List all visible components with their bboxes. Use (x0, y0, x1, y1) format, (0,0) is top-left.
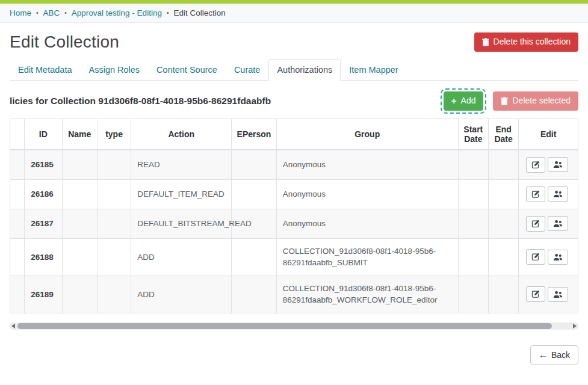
delete-selected-label: Delete selected (512, 96, 571, 106)
policy-name (62, 150, 97, 180)
policy-id: 26189 (25, 276, 62, 313)
policy-start-date (458, 179, 488, 209)
policy-name (62, 238, 97, 276)
policy-id: 26185 (25, 150, 62, 180)
delete-collection-button[interactable]: Delete this collection (474, 32, 578, 52)
policy-id: 26186 (25, 179, 62, 209)
breadcrumb-link[interactable]: Home (10, 8, 31, 17)
edit-policy-button[interactable] (526, 286, 545, 302)
row-select-cell (10, 150, 25, 180)
policy-eperson (232, 179, 276, 209)
policies-actions: + Add Delete selected (444, 91, 578, 111)
breadcrumb-link[interactable]: Approval testing - Editing (72, 8, 162, 17)
tab-content-source[interactable]: Content Source (148, 59, 226, 81)
trash-icon (482, 38, 489, 46)
policy-name (62, 179, 97, 209)
row-select-cell (10, 179, 25, 209)
policy-start-date (458, 150, 488, 180)
footer-row: ← Back (10, 345, 578, 372)
policy-edit-cell (519, 238, 578, 276)
people-icon (553, 161, 563, 168)
edit-policy-button[interactable] (526, 186, 545, 202)
policy-group: COLLECTION_91d306f8-08f1-4018-95b6-86291… (276, 238, 458, 276)
column-header-start-date: Start Date (458, 119, 488, 150)
breadcrumb-separator: • (64, 10, 67, 16)
tab-authorizations[interactable]: Authorizations (268, 59, 341, 81)
policy-row: 26188ADDCOLLECTION_91d306f8-08f1-4018-95… (10, 238, 578, 276)
policy-action: DEFAULT_ITEM_READ (131, 179, 232, 209)
page-title: Edit Collection (10, 32, 119, 52)
edit-group-button[interactable] (548, 157, 568, 172)
policy-group: Anonymous (276, 179, 458, 209)
pencil-square-icon (531, 161, 540, 169)
edit-group-button[interactable] (548, 287, 568, 302)
policy-row: 26186DEFAULT_ITEM_READAnonymous (10, 179, 578, 209)
tab-assign-roles[interactable]: Assign Roles (80, 59, 148, 81)
policy-name (62, 209, 97, 238)
add-policy-label: Add (461, 96, 476, 106)
main-content: Edit Collection Delete this collection E… (0, 23, 588, 372)
tab-curate[interactable]: Curate (226, 59, 269, 81)
edit-policy-button[interactable] (526, 216, 545, 232)
policy-action: DEFAULT_BITSTREAM_READ (131, 209, 232, 238)
policy-row: 26187DEFAULT_BITSTREAM_READAnonymous (10, 209, 578, 238)
edit-group-button[interactable] (548, 186, 568, 202)
left-arrow-icon: ← (539, 350, 548, 359)
scroll-right-arrow-icon[interactable] (573, 324, 577, 328)
policy-end-date (488, 209, 518, 238)
policy-id: 26188 (25, 238, 62, 276)
add-policy-button[interactable]: + Add (444, 91, 484, 111)
policies-heading: licies for Collection 91d306f8-08f1-4018… (10, 96, 271, 106)
policy-type (97, 276, 131, 313)
breadcrumb-current: Edit Collection (173, 8, 225, 17)
tab-edit-metadata[interactable]: Edit Metadata (10, 59, 80, 81)
horizontal-scrollbar[interactable] (10, 322, 578, 330)
policy-edit-cell (519, 276, 578, 313)
edit-group-button[interactable] (548, 250, 568, 265)
breadcrumb-link[interactable]: ABC (43, 8, 60, 17)
title-row: Edit Collection Delete this collection (10, 32, 578, 52)
pencil-square-icon (531, 290, 540, 298)
policy-group: COLLECTION_91d306f8-08f1-4018-95b6-86291… (276, 276, 458, 313)
scroll-left-arrow-icon[interactable] (11, 324, 15, 328)
pencil-square-icon (531, 253, 540, 261)
scrollbar-thumb[interactable] (17, 323, 552, 329)
policy-start-date (458, 209, 488, 238)
people-icon (553, 190, 563, 198)
breadcrumb-separator: • (167, 10, 169, 16)
row-select-cell (10, 276, 25, 313)
policy-action: ADD (131, 276, 232, 313)
policy-end-date (488, 179, 518, 209)
policy-edit-cell (519, 209, 578, 238)
policy-eperson (232, 276, 276, 313)
delete-selected-button[interactable]: Delete selected (493, 91, 578, 111)
edit-policy-button[interactable] (526, 249, 545, 265)
policy-group: Anonymous (276, 209, 458, 238)
policy-start-date (458, 276, 488, 313)
edit-group-button[interactable] (548, 216, 568, 231)
policy-start-date (458, 238, 488, 276)
column-header-name: Name (62, 119, 97, 150)
policy-row: 26189ADDCOLLECTION_91d306f8-08f1-4018-95… (10, 276, 578, 313)
policy-type (97, 150, 131, 180)
back-button[interactable]: ← Back (530, 345, 578, 365)
policy-eperson (232, 150, 276, 180)
policy-id: 26187 (25, 209, 62, 238)
people-icon (553, 220, 563, 227)
pencil-square-icon (531, 220, 540, 228)
policy-end-date (488, 150, 518, 180)
policies-section-header: licies for Collection 91d306f8-08f1-4018… (10, 91, 578, 111)
plus-icon: + (451, 96, 457, 105)
column-header-edit: Edit (519, 119, 578, 150)
policy-type (97, 209, 131, 238)
column-header-type: type (97, 119, 131, 150)
back-button-label: Back (551, 350, 570, 360)
edit-policy-button[interactable] (526, 157, 545, 173)
tab-item-mapper[interactable]: Item Mapper (341, 59, 406, 81)
policy-end-date (488, 276, 518, 313)
policy-group: Anonymous (276, 150, 458, 180)
select-column-header (10, 119, 25, 150)
column-header-id: ID (25, 119, 62, 150)
table-header: IDNametypeActionEPersonGroupStart DateEn… (10, 119, 578, 150)
policy-edit-cell (519, 150, 578, 180)
